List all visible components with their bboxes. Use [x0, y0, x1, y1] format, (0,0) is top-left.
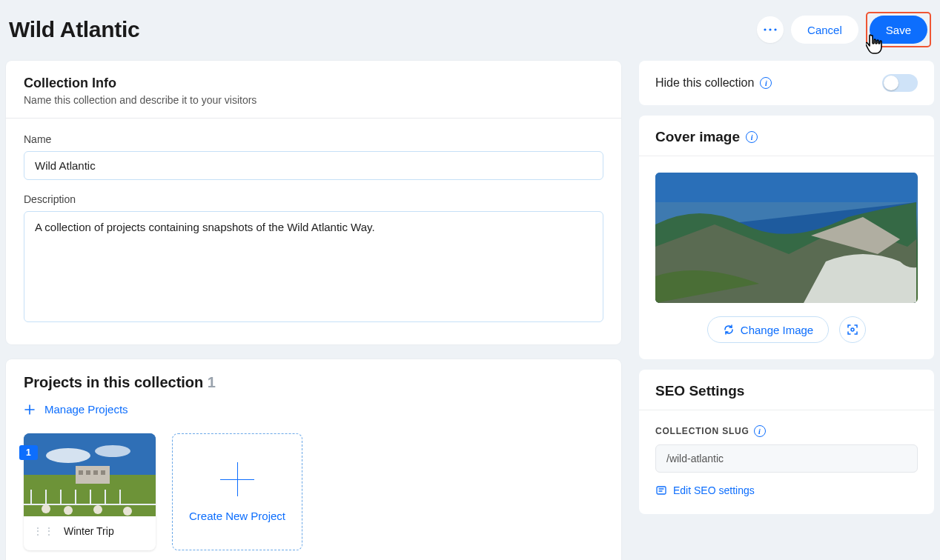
- hide-collection-toggle[interactable]: [882, 74, 918, 92]
- change-image-button[interactable]: Change Image: [707, 316, 829, 343]
- svg-point-2: [774, 28, 776, 30]
- projects-card: Projects in this collection 1 Manage Pro…: [6, 359, 621, 560]
- svg-rect-10: [93, 470, 98, 475]
- slug-label: COLLECTION SLUG: [655, 426, 749, 436]
- more-options-button[interactable]: [757, 16, 784, 43]
- hide-collection-card: Hide this collection i: [639, 61, 934, 105]
- svg-rect-8: [79, 470, 83, 475]
- svg-point-0: [764, 28, 766, 30]
- name-input[interactable]: [24, 151, 603, 180]
- collection-info-subheading: Name this collection and describe it to …: [24, 94, 603, 106]
- manage-projects-label: Manage Projects: [44, 403, 128, 416]
- project-card[interactable]: 1 ⋮⋮ Winter Trip: [24, 433, 156, 550]
- focal-point-button[interactable]: [839, 316, 866, 343]
- cancel-button[interactable]: Cancel: [791, 16, 858, 44]
- toggle-knob: [884, 76, 898, 90]
- svg-point-5: [95, 445, 130, 457]
- info-icon[interactable]: i: [746, 131, 758, 143]
- description-input[interactable]: [24, 211, 603, 322]
- svg-point-18: [851, 328, 854, 331]
- change-image-label: Change Image: [741, 324, 813, 336]
- slug-input[interactable]: [655, 444, 918, 473]
- drag-handle-icon[interactable]: ⋮⋮: [33, 528, 55, 534]
- svg-point-15: [123, 507, 132, 516]
- refresh-icon: [723, 324, 735, 336]
- seo-card: SEO Settings COLLECTION SLUG i Edit SEO …: [639, 370, 934, 514]
- cover-image-heading: Cover image: [655, 129, 740, 145]
- manage-projects-button[interactable]: Manage Projects: [6, 396, 621, 417]
- page-title: Wild Atlantic: [9, 17, 139, 42]
- cover-image-preview: [655, 173, 918, 303]
- plus-icon: [220, 462, 254, 496]
- plus-icon: [24, 404, 36, 416]
- name-label: Name: [24, 133, 603, 145]
- save-button[interactable]: Save: [870, 16, 927, 44]
- info-icon[interactable]: i: [760, 77, 772, 89]
- seo-heading: SEO Settings: [655, 383, 744, 399]
- cover-image-card: Cover image i: [639, 116, 934, 359]
- project-order-badge: 1: [19, 445, 38, 460]
- svg-point-1: [769, 28, 771, 30]
- projects-count: 1: [208, 374, 216, 390]
- svg-rect-19: [657, 487, 666, 494]
- edit-seo-label: Edit SEO settings: [673, 484, 755, 496]
- create-new-project-button[interactable]: Create New Project: [172, 433, 302, 550]
- svg-rect-11: [101, 470, 105, 475]
- hide-collection-label: Hide this collection: [655, 76, 754, 90]
- create-project-label: Create New Project: [189, 510, 285, 522]
- collection-info-card: Collection Info Name this collection and…: [6, 61, 621, 344]
- description-label: Description: [24, 193, 603, 205]
- svg-rect-9: [86, 470, 90, 475]
- collection-info-heading: Collection Info: [24, 76, 603, 91]
- projects-heading: Projects in this collection: [24, 374, 203, 390]
- project-title: Winter Trip: [64, 525, 114, 537]
- svg-point-13: [64, 506, 73, 515]
- svg-point-14: [93, 505, 102, 514]
- info-icon[interactable]: i: [754, 425, 766, 437]
- edit-seo-link[interactable]: Edit SEO settings: [655, 484, 918, 496]
- focal-point-icon: [846, 323, 859, 336]
- project-thumbnail: [24, 433, 156, 516]
- ellipsis-icon: [764, 28, 777, 31]
- svg-point-12: [42, 504, 50, 513]
- edit-seo-icon: [655, 484, 667, 496]
- svg-point-4: [46, 448, 90, 463]
